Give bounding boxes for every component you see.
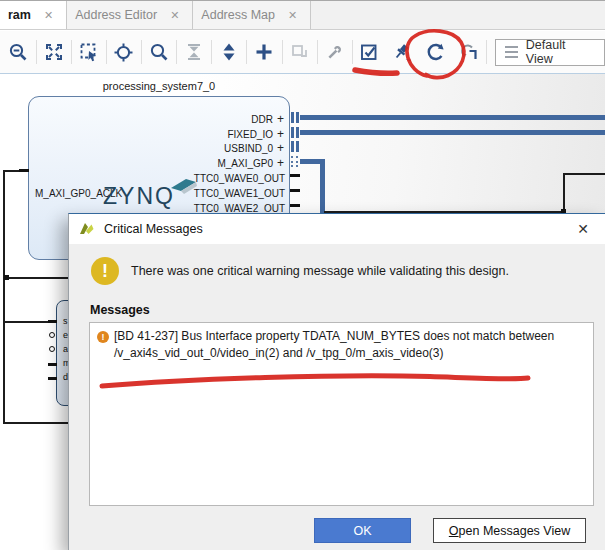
add-ip-button[interactable]	[248, 35, 281, 69]
expand-icon	[219, 42, 239, 62]
message-text-line1: [BD 41-237] Bus Interface property TDATA…	[114, 329, 554, 343]
wire-junction	[4, 275, 9, 280]
close-icon[interactable]: ✕	[41, 8, 56, 23]
warning-icon: !	[91, 257, 119, 285]
message-text-line2: /v_axi4s_vid_out_0/video_in(2) and /v_tp…	[114, 346, 444, 360]
refresh-icon	[425, 41, 447, 63]
port-pin	[19, 169, 29, 172]
default-view-dropdown[interactable]: Default View	[495, 39, 605, 66]
layout-menu-icon	[505, 46, 518, 59]
port-ttc0-wave1-out[interactable]: TTC0_WAVE1_OUT	[194, 186, 285, 200]
wire-clk-h2[interactable]	[563, 173, 605, 175]
port-pin	[48, 377, 57, 380]
interface-pin	[291, 112, 294, 123]
auto-fit-button[interactable]	[107, 35, 140, 69]
expand-port-icon[interactable]: +	[276, 141, 285, 155]
vivado-logo-icon	[79, 221, 95, 237]
tab-address-editor[interactable]: Address Editor ✕	[67, 1, 193, 29]
wire-branch-1[interactable]	[3, 277, 68, 279]
expand-port-icon[interactable]: +	[276, 156, 285, 170]
wire-branch-2[interactable]	[3, 321, 48, 323]
regenerate-layout-icon	[459, 42, 480, 63]
dialog-titlebar[interactable]: Critical Messages	[69, 214, 605, 244]
route-icon	[290, 42, 310, 62]
interface-pin-unconnected	[291, 156, 294, 167]
block-instance-name: processing_system7_0	[28, 80, 290, 92]
search-icon	[149, 42, 170, 63]
regenerate-layout-button[interactable]	[453, 35, 486, 69]
port-pin	[48, 320, 57, 323]
dialog-close-icon[interactable]: ✕	[571, 218, 595, 240]
plus-icon	[254, 42, 274, 62]
expand-port-icon[interactable]: +	[276, 127, 285, 141]
zoom-selection-button[interactable]	[72, 35, 105, 69]
zoom-fit-icon	[44, 42, 64, 62]
tab-address-map[interactable]: Address Map ✕	[193, 1, 311, 29]
dialog-summary-text: There was one critical warning message w…	[131, 264, 509, 278]
port-ttc0-wave0-out[interactable]: TTC0_WAVE0_OUT	[194, 171, 285, 185]
tab-address-editor-label: Address Editor	[75, 8, 157, 22]
open-messages-view-button[interactable]: Open Messages View	[433, 518, 586, 543]
interface-pin	[296, 127, 299, 138]
interface-pin	[291, 141, 294, 152]
zoom-fit-button[interactable]	[37, 35, 70, 69]
tab-diagram-label: ram	[8, 8, 31, 22]
interface-pin	[296, 112, 299, 123]
critical-messages-dialog: Critical Messages ✕ ! There was one crit…	[68, 213, 605, 550]
port-ddr[interactable]: DDR +	[251, 112, 285, 126]
zynq-logo: ZYNQ	[103, 183, 175, 210]
wire-ddr[interactable]	[300, 115, 605, 120]
zynq-swoosh-icon	[171, 179, 197, 194]
collapse-icon	[184, 42, 204, 62]
auto-fit-icon	[113, 42, 134, 63]
messages-section-label: Messages	[90, 303, 150, 317]
wire-aclk-v[interactable]	[3, 170, 5, 424]
pin-button[interactable]	[386, 35, 419, 69]
port-pin-unconnected	[49, 332, 55, 338]
interface-pin	[296, 141, 299, 152]
toolbar-separator	[486, 40, 487, 64]
port-fixed-io[interactable]: FIXED_IO +	[227, 127, 285, 141]
diagram-toolbar: Default View	[0, 31, 605, 74]
wire-m-axi-gp0-v[interactable]	[320, 159, 325, 213]
validate-design-icon	[359, 42, 380, 63]
search-button[interactable]	[143, 35, 176, 69]
wire-branch-3[interactable]	[3, 422, 68, 424]
expand-port-icon[interactable]: +	[276, 112, 285, 126]
tab-bar: ram ✕ Address Editor ✕ Address Map ✕	[0, 0, 605, 30]
port-pin	[290, 204, 300, 207]
route-button-disabled	[283, 35, 316, 69]
port-pin	[290, 174, 300, 177]
port-label: s	[63, 316, 68, 326]
warning-icon-small: !	[97, 331, 109, 343]
messages-list[interactable]: ! [BD 41-237] Bus Interface property TDA…	[89, 322, 594, 506]
wrench-icon	[324, 42, 345, 63]
validate-design-button[interactable]	[353, 35, 386, 69]
wire-fixed-io[interactable]	[300, 130, 605, 135]
wire-clk-v[interactable]	[563, 173, 565, 213]
view-selector-label: Default View	[526, 38, 595, 66]
settings-button[interactable]	[318, 35, 351, 69]
close-icon[interactable]: ✕	[285, 8, 300, 23]
dialog-title: Critical Messages	[104, 222, 203, 236]
port-pin	[48, 363, 57, 366]
close-icon[interactable]: ✕	[167, 8, 182, 23]
tab-diagram[interactable]: ram ✕	[0, 1, 67, 29]
port-usbind-0[interactable]: USBIND_0 +	[224, 141, 285, 155]
port-pin-unconnected	[49, 346, 55, 352]
collapse-button[interactable]	[178, 35, 211, 69]
expand-button[interactable]	[213, 35, 246, 69]
zoom-out-icon	[8, 42, 29, 63]
interface-pin	[291, 127, 294, 138]
tab-address-map-label: Address Map	[201, 8, 275, 22]
port-m-axi-gp0[interactable]: M_AXI_GP0 +	[217, 156, 285, 170]
vivado-window: ram ✕ Address Editor ✕ Address Map ✕	[0, 0, 605, 550]
interface-pin-unconnected	[296, 156, 299, 167]
ok-button[interactable]: OK	[314, 518, 411, 543]
pin-icon	[392, 42, 413, 63]
port-pin	[290, 189, 300, 192]
refresh-button[interactable]	[420, 35, 453, 69]
zoom-selection-icon	[79, 42, 99, 62]
zoom-out-button[interactable]	[2, 35, 35, 69]
